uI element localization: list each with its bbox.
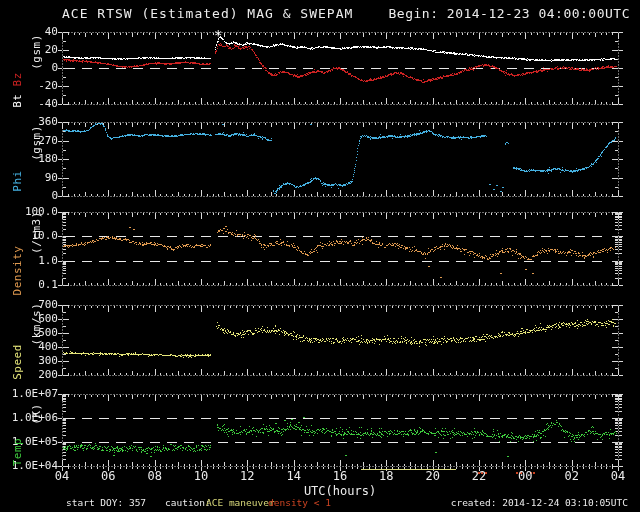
y-tick-label: 1.0E+07 xyxy=(4,388,58,400)
x-tick-label: 20 xyxy=(418,469,448,483)
ylabel-part: Bt xyxy=(11,94,24,108)
ylabel-part: Temp xyxy=(11,438,24,467)
x-tick-label: 22 xyxy=(464,469,494,483)
panel-ylabel-unit-phi: (gsm) xyxy=(30,125,43,161)
panel-ylabel-name-speed: Speed xyxy=(11,344,24,380)
begin-timestamp: Begin: 2014-12-23 04:00:00UTC xyxy=(389,6,630,21)
panel-ylabel-unit-temp: (K) xyxy=(30,403,43,424)
panel-ylabel-name-bt-bz: Bt Bz xyxy=(11,72,24,108)
panel-ylabel-unit-bt-bz: (gsm) xyxy=(30,34,43,70)
start-doy-label: start DOY: 357 xyxy=(66,497,146,508)
caution-ace-maneuver: ACE maneuver xyxy=(206,497,275,508)
ace-rtsw-plot: ACE RTSW (Estimated) MAG & SWEPAM Begin:… xyxy=(0,0,640,512)
panel-ylabel-unit-density: (/cm3) xyxy=(30,211,43,254)
x-axis-title: UTC(hours) xyxy=(278,484,402,498)
x-tick-label: 12 xyxy=(232,469,262,483)
ylabel-part: Density xyxy=(11,246,24,296)
ylabel-part: (gsm) xyxy=(30,125,43,161)
plot-title: ACE RTSW (Estimated) MAG & SWEPAM xyxy=(62,6,353,21)
ylabel-part: Speed xyxy=(11,344,24,380)
panel-ylabel-name-temp: Temp xyxy=(11,438,24,467)
x-tick-label: 00 xyxy=(510,469,540,483)
ylabel-part: (/cm3) xyxy=(30,211,43,254)
y-tick-label: 0 xyxy=(4,190,58,202)
x-tick-label: 08 xyxy=(140,469,170,483)
x-tick-label: 06 xyxy=(93,469,123,483)
ylabel-part: Phi xyxy=(11,170,24,191)
ylabel-part: Bz xyxy=(11,72,24,86)
panel-ylabel-name-phi: Phi xyxy=(11,170,24,191)
x-tick-label: 18 xyxy=(371,469,401,483)
caution-density-flag: density < 1 xyxy=(268,497,331,508)
x-tick-label: 14 xyxy=(279,469,309,483)
panel-ylabel-name-density: Density xyxy=(11,246,24,296)
ylabel-part: (gsm) xyxy=(30,34,43,70)
x-tick-label: 02 xyxy=(557,469,587,483)
panel-ylabel-unit-speed: (km/s) xyxy=(30,303,43,346)
ylabel-part: (K) xyxy=(30,403,43,424)
x-tick-label: 10 xyxy=(186,469,216,483)
caution-label: caution: xyxy=(165,497,211,508)
ylabel-part: (km/s) xyxy=(30,303,43,346)
x-tick-label: 16 xyxy=(325,469,355,483)
created-timestamp: created: 2014-12-24 03:10:05UTC xyxy=(451,497,628,508)
chart-canvas xyxy=(0,0,640,512)
x-tick-label: 04 xyxy=(603,469,633,483)
shock-asterisk: * xyxy=(214,27,222,43)
